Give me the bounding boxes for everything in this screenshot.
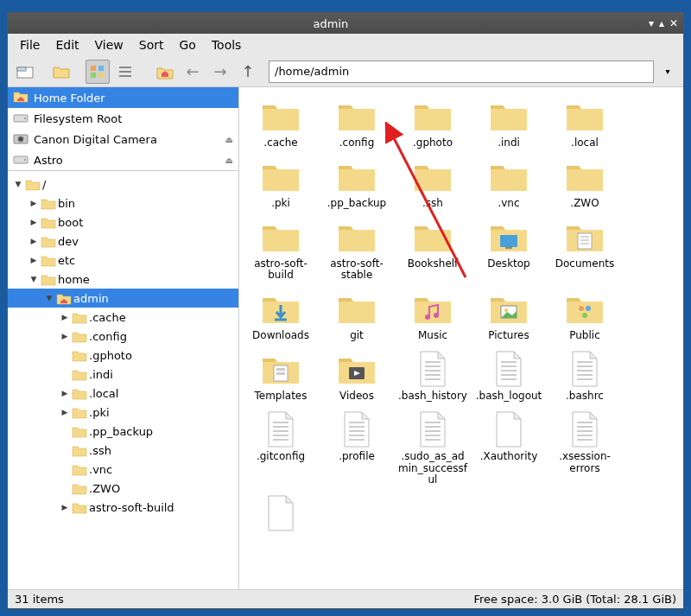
- place-filesystem-root[interactable]: Filesystem Root: [8, 108, 238, 129]
- expand-arrow-icon[interactable]: ▶: [60, 389, 70, 397]
- item-ssh[interactable]: .ssh: [395, 156, 471, 210]
- folder-icon: [333, 217, 381, 257]
- expand-arrow-icon[interactable]: ▶: [60, 408, 70, 416]
- item-pki[interactable]: .pki: [243, 156, 319, 210]
- item-label: .local: [571, 137, 599, 149]
- menu-file[interactable]: File: [13, 36, 47, 54]
- eject-icon[interactable]: ⏏: [225, 135, 233, 144]
- expand-arrow-icon[interactable]: ▼: [44, 294, 54, 302]
- expand-arrow-icon[interactable]: ▼: [13, 180, 23, 188]
- item-sudo_as_admin_successful[interactable]: .sudo_as_admin_successful: [395, 410, 471, 486]
- tree-node-[interactable]: ▼/: [8, 175, 238, 194]
- minimize-button[interactable]: ▾: [649, 17, 654, 29]
- item-label: .indi: [498, 137, 520, 149]
- place-label: Filesystem Root: [34, 112, 122, 125]
- item-gitconfig[interactable]: .gitconfig: [243, 410, 319, 486]
- place-home-folder[interactable]: Home Folder: [8, 87, 238, 108]
- item-bashrc[interactable]: .bashrc: [547, 349, 623, 403]
- item-Pictures[interactable]: Pictures: [471, 289, 547, 342]
- place-canon-digital-camera[interactable]: Canon Digital Camera⏏: [8, 129, 238, 149]
- item-label: Templates: [254, 391, 307, 403]
- item-ZWO[interactable]: .ZWO: [547, 156, 623, 210]
- path-input[interactable]: /home/admin: [269, 60, 654, 83]
- up-button[interactable]: ↑: [236, 60, 260, 84]
- folder-icon: [333, 96, 381, 136]
- item-local[interactable]: .local: [547, 96, 623, 149]
- new-tab-button[interactable]: [13, 60, 37, 84]
- tree-node-local[interactable]: ▶.local: [8, 384, 238, 403]
- item-bash_logout[interactable]: .bash_logout: [471, 349, 547, 403]
- expand-arrow-icon[interactable]: ▶: [60, 503, 70, 511]
- tree-node-astrosoftbuild[interactable]: ▶astro-soft-build: [8, 498, 238, 517]
- eject-icon[interactable]: ⏏: [225, 156, 233, 165]
- item-Downloads[interactable]: Downloads: [243, 289, 319, 342]
- item-Templates[interactable]: Templates: [243, 349, 319, 403]
- close-button[interactable]: ✕: [669, 17, 678, 29]
- tree-node-ZWO[interactable]: .ZWO: [8, 479, 238, 498]
- menu-edit[interactable]: Edit: [48, 36, 86, 54]
- item-Videos[interactable]: Videos: [319, 349, 395, 403]
- item-Public[interactable]: Public: [547, 289, 623, 342]
- menu-sort[interactable]: Sort: [132, 36, 171, 54]
- tree-node-boot[interactable]: ▶boot: [8, 213, 238, 232]
- file-view[interactable]: .cache.config.gphoto.indi.local.pki.pp_b…: [239, 87, 683, 589]
- menu-tools[interactable]: Tools: [205, 36, 249, 54]
- new-folder-button[interactable]: [49, 60, 73, 84]
- maximize-button[interactable]: ▴: [659, 17, 664, 29]
- place-astro[interactable]: Astro⏏: [8, 149, 238, 170]
- item-git[interactable]: git: [319, 289, 395, 342]
- expand-arrow-icon[interactable]: ▶: [29, 199, 39, 207]
- item-indi[interactable]: .indi: [471, 96, 547, 149]
- item-unnamed[interactable]: [243, 493, 319, 535]
- item-bash_history[interactable]: .bash_history: [395, 349, 471, 403]
- back-button[interactable]: ←: [181, 60, 205, 84]
- tree-node-vnc[interactable]: .vnc: [8, 460, 238, 479]
- tree-label: /: [42, 178, 46, 191]
- item-config[interactable]: .config: [319, 96, 395, 149]
- menu-view[interactable]: View: [88, 36, 130, 54]
- folder-icon: [25, 178, 41, 190]
- home-button[interactable]: [153, 60, 177, 84]
- tree-node-gphoto[interactable]: .gphoto: [8, 346, 238, 365]
- expand-arrow-icon[interactable]: ▼: [29, 275, 39, 283]
- item-Desktop[interactable]: Desktop: [471, 217, 547, 283]
- expand-arrow-icon[interactable]: ▶: [60, 332, 70, 340]
- tree-node-home[interactable]: ▼home: [8, 270, 238, 289]
- tree-node-indi[interactable]: .indi: [8, 365, 238, 384]
- titlebar[interactable]: admin ▾ ▴ ✕: [8, 13, 683, 34]
- item-vnc[interactable]: .vnc: [471, 156, 547, 210]
- path-history-button[interactable]: ▾: [657, 60, 678, 83]
- tree-node-etc[interactable]: ▶etc: [8, 251, 238, 270]
- menu-go[interactable]: Go: [173, 36, 203, 54]
- item-Bookshelf[interactable]: Bookshelf: [395, 217, 471, 283]
- drive-icon: [13, 153, 29, 168]
- tree-node-pp_backup[interactable]: .pp_backup: [8, 422, 238, 441]
- forward-button[interactable]: →: [208, 60, 232, 84]
- item-profile[interactable]: .profile: [319, 410, 395, 486]
- item-cache[interactable]: .cache: [243, 96, 319, 149]
- item-Music[interactable]: Music: [395, 289, 471, 342]
- item-gphoto[interactable]: .gphoto: [395, 96, 471, 149]
- tree-node-ssh[interactable]: .ssh: [8, 441, 238, 460]
- item-astrosoftstable[interactable]: astro-soft-stable: [319, 217, 395, 283]
- expand-arrow-icon[interactable]: ▶: [29, 218, 39, 226]
- tree-node-cache[interactable]: ▶.cache: [8, 308, 238, 327]
- item-Documents[interactable]: Documents: [547, 217, 623, 283]
- folder-icon: [561, 217, 609, 257]
- item-xsessionerrors[interactable]: .xsession-errors: [547, 410, 623, 486]
- folder-icon: [561, 156, 609, 196]
- list-view-button[interactable]: [113, 60, 137, 84]
- folder-icon: [333, 349, 381, 389]
- icon-view-button[interactable]: [86, 60, 110, 84]
- tree-node-config[interactable]: ▶.config: [8, 327, 238, 346]
- tree-node-admin[interactable]: ▼admin: [8, 289, 238, 308]
- tree-node-pki[interactable]: ▶.pki: [8, 403, 238, 422]
- item-astrosoftbuild[interactable]: astro-soft-build: [243, 217, 319, 283]
- expand-arrow-icon[interactable]: ▶: [29, 256, 39, 264]
- item-Xauthority[interactable]: .Xauthority: [471, 410, 547, 486]
- tree-node-bin[interactable]: ▶bin: [8, 194, 238, 213]
- expand-arrow-icon[interactable]: ▶: [60, 313, 70, 321]
- tree-node-dev[interactable]: ▶dev: [8, 232, 238, 251]
- item-pp_backup[interactable]: .pp_backup: [319, 156, 395, 210]
- expand-arrow-icon[interactable]: ▶: [29, 237, 39, 245]
